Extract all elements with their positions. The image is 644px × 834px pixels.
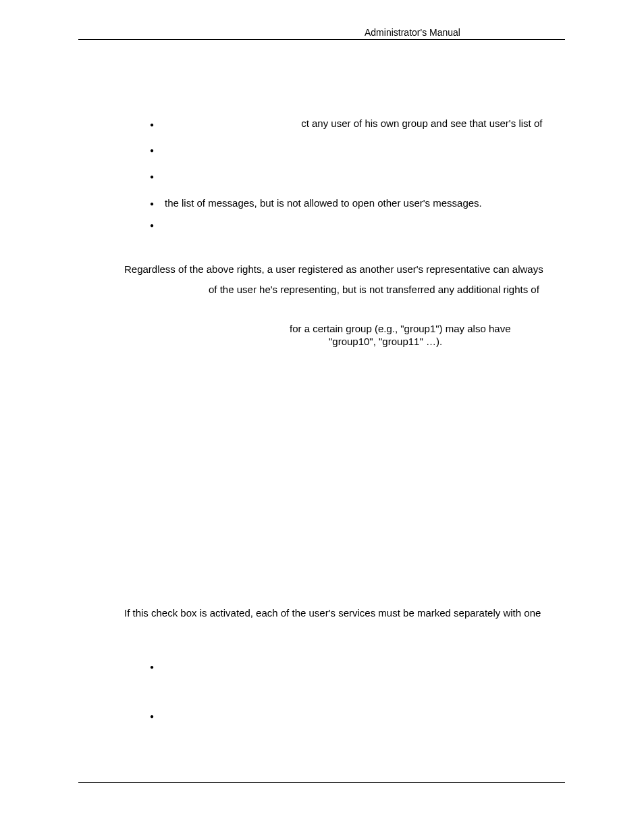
bullet-dot-icon: ● bbox=[150, 217, 157, 231]
paragraph-representing: of the user he's representing, but is no… bbox=[209, 282, 539, 297]
paragraph-group2: "group10", "group11" …). bbox=[329, 334, 442, 349]
bullet-item-6: ● bbox=[150, 658, 157, 673]
paragraph-regardless: Regardless of the above rights, a user r… bbox=[124, 262, 543, 277]
footer-rule bbox=[78, 782, 565, 783]
page-container: Administrator's Manual ● ct any user of … bbox=[0, 0, 644, 834]
bullet-item-4: ● bbox=[150, 195, 157, 210]
bullet-dot-icon: ● bbox=[150, 195, 157, 209]
paragraph-checkbox: If this check box is activated, each of … bbox=[124, 606, 541, 621]
header-rule bbox=[78, 39, 565, 40]
bullet-dot-icon: ● bbox=[150, 708, 157, 722]
bullet-item-3: ● the list of messages, but is not allow… bbox=[150, 168, 482, 211]
bullet-item-7: ● bbox=[150, 708, 157, 723]
bullet3-text: the list of messages, but is not allowed… bbox=[150, 183, 482, 211]
bullet-dot-icon: ● bbox=[150, 168, 157, 182]
bullet-item-2: ● bbox=[150, 142, 157, 157]
bullet-item-1: ● ct any user of his own group and see t… bbox=[150, 116, 542, 131]
bullet-dot-icon: ● bbox=[150, 142, 157, 156]
bullet1-text: ct any user of his own group and see tha… bbox=[159, 116, 542, 131]
bullet-dot-icon: ● bbox=[150, 658, 157, 673]
running-header: Administrator's Manual bbox=[365, 26, 460, 39]
bullet-dot-icon: ● bbox=[150, 116, 157, 130]
bullet-item-5: ● bbox=[150, 217, 157, 232]
